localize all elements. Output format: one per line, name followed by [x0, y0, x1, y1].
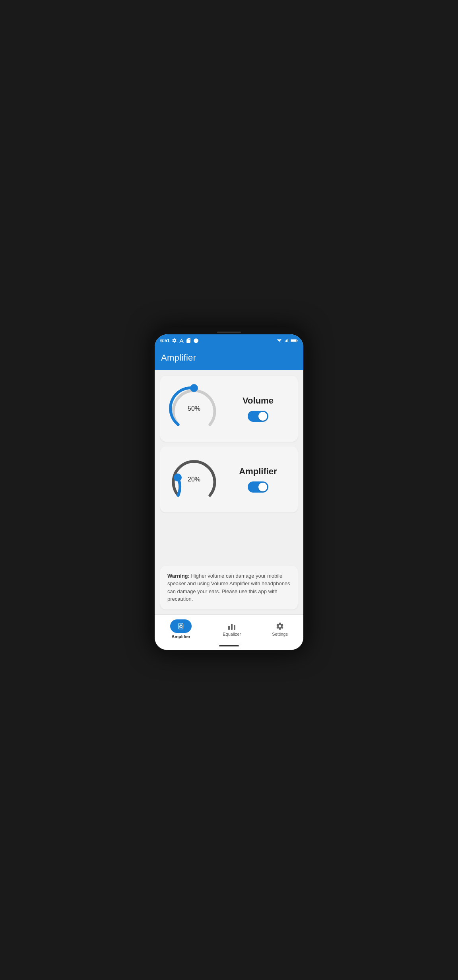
home-bar [155, 642, 303, 650]
sd-icon [186, 338, 191, 343]
settings-nav-icon [276, 622, 284, 631]
amplifier-card-right: Amplifier [226, 466, 290, 493]
svg-rect-9 [180, 624, 180, 625]
amplifier-knob-container[interactable]: 20% [168, 454, 220, 505]
time-display: 6:51 [160, 338, 170, 343]
amplifier-card: 20% Amplifier [160, 446, 298, 512]
nav-active-bg-amplifier [170, 619, 192, 633]
app-bar: Amplifier [155, 347, 303, 370]
amplifier-knob-label: 20% [188, 476, 200, 483]
svg-point-4 [190, 384, 198, 392]
svg-rect-10 [180, 624, 181, 625]
circle-icon [193, 338, 199, 343]
content-area: 50% Volume [155, 370, 303, 614]
phone-inner: 6:51 [155, 334, 303, 650]
notch-bar [155, 330, 303, 334]
home-pill [219, 645, 239, 646]
volume-toggle[interactable] [248, 411, 268, 422]
nav-label-amplifier: Amplifier [171, 634, 190, 639]
equalizer-nav-icon [227, 622, 237, 631]
app-bar-title: Amplifier [161, 353, 297, 363]
svg-rect-13 [231, 624, 233, 630]
bottom-nav: Amplifier Equalizer Settings [155, 614, 303, 642]
gear-icon [172, 338, 177, 343]
warning-box: Warning: Higher volume can damage your m… [160, 566, 298, 609]
volume-knob-container[interactable]: 50% [168, 383, 220, 435]
status-right [276, 338, 298, 343]
svg-rect-11 [181, 624, 182, 625]
nav-label-equalizer: Equalizer [223, 632, 241, 637]
battery-icon [291, 338, 298, 343]
volume-card: 50% Volume [160, 376, 298, 442]
wifi-icon [276, 338, 282, 343]
svg-rect-2 [297, 340, 298, 341]
a-icon [179, 338, 184, 343]
nav-label-settings: Settings [272, 632, 288, 637]
notch-pill [217, 332, 241, 333]
amplifier-title: Amplifier [239, 466, 277, 477]
svg-point-5 [174, 474, 182, 481]
signal-icon [284, 338, 289, 343]
nav-item-settings[interactable]: Settings [266, 620, 294, 638]
svg-rect-14 [234, 625, 235, 630]
amplifier-nav-icon [177, 622, 185, 631]
phone-frame: 6:51 [151, 327, 307, 653]
status-left: 6:51 [160, 338, 199, 343]
svg-point-0 [194, 338, 198, 343]
nav-item-equalizer[interactable]: Equalizer [216, 620, 247, 638]
status-bar: 6:51 [155, 334, 303, 347]
amplifier-toggle[interactable] [248, 481, 268, 493]
volume-title: Volume [243, 396, 274, 406]
volume-card-right: Volume [226, 396, 290, 422]
volume-knob-label: 50% [188, 405, 200, 412]
svg-rect-3 [291, 340, 296, 342]
warning-label: Warning: [167, 573, 190, 579]
svg-rect-12 [228, 626, 230, 630]
svg-point-8 [180, 626, 181, 627]
nav-item-amplifier[interactable]: Amplifier [164, 618, 198, 640]
spacer [160, 517, 298, 561]
